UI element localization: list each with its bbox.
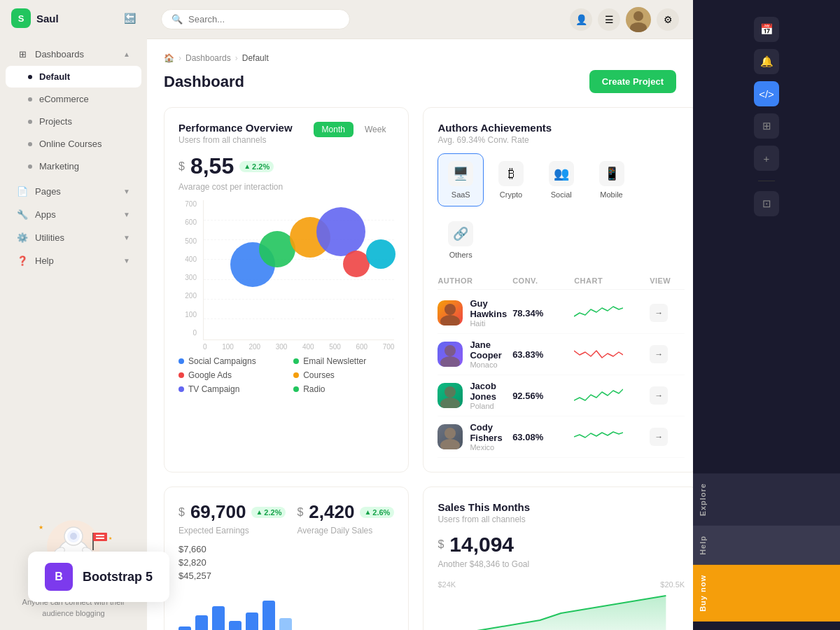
expected-badge: ▲ 2.2%: [251, 507, 286, 518]
sidebar-item-marketing[interactable]: Marketing: [6, 155, 141, 177]
author-location-1: Monaco: [470, 360, 507, 369]
legend-dot-courses: [293, 372, 299, 378]
sales-subtitle: Users from all channels: [438, 514, 685, 524]
dashboard-grid: Performance Overview Users from all chan…: [164, 107, 676, 630]
sidebar-nav: ⊞ Dashboards ▲ Default eCommerce Project…: [0, 36, 147, 504]
back-icon[interactable]: 🔙: [124, 13, 136, 24]
active-dot: [28, 75, 32, 79]
author-avatar-1: [438, 342, 463, 367]
sidebar-item-pages[interactable]: 📄 Pages ▼: [6, 180, 141, 202]
expected-earnings: $ 69,700 ▲ 2.2% Expected Earnings: [178, 501, 286, 544]
expected-number: 69,700: [190, 501, 246, 523]
sidebar-item-apps[interactable]: 🔧 Apps ▼: [6, 203, 141, 225]
view-btn-1[interactable]: →: [650, 345, 668, 363]
notification-btn[interactable]: 👤: [570, 8, 592, 31]
mobile-icon: 📱: [599, 161, 624, 186]
utilities-icon: ⚙️: [17, 232, 28, 243]
daily-badge: ▲ 2.6%: [360, 507, 394, 518]
notification-panel-icon[interactable]: 🔔: [754, 49, 779, 74]
nav-group-dashboards: ⊞ Dashboards ▲ Default eCommerce Project…: [0, 43, 147, 177]
sidebar-item-help[interactable]: ❓ Help ▼: [6, 249, 141, 272]
author-info-0: Guy Hawkins Haiti: [438, 298, 507, 328]
settings-btn[interactable]: ⚙: [657, 8, 679, 31]
bubble-chart: [203, 200, 394, 340]
category-saas[interactable]: 🖥️ SaaS: [438, 153, 484, 206]
page-content: 🏠 › Dashboards › Default Dashboard Creat…: [147, 39, 693, 630]
author-avatar-3: [438, 424, 463, 449]
legend-dot-email: [293, 358, 299, 364]
explore-button[interactable]: Explore: [693, 473, 840, 526]
daily-sales: $ 2,420 ▲ 2.6% Average Daily Sales: [297, 501, 394, 544]
svg-point-24: [444, 428, 456, 439]
sales-value-display: $ 14,094: [438, 533, 685, 556]
bubble-4: [316, 207, 365, 256]
category-crypto[interactable]: ₿ Crypto: [488, 153, 534, 206]
buy-now-button[interactable]: Buy now: [693, 565, 840, 622]
bootstrap-icon: B: [45, 563, 73, 591]
search-box[interactable]: 🔍: [161, 9, 350, 29]
grid-icon[interactable]: ⊡: [754, 191, 779, 216]
create-project-button[interactable]: Create Project: [589, 70, 676, 93]
tab-month[interactable]: Month: [314, 122, 354, 137]
sidebar-item-default[interactable]: Default: [6, 66, 141, 88]
social-icon: 👥: [549, 161, 574, 186]
svg-rect-11: [96, 535, 104, 536]
legend-item-radio: Radio: [293, 384, 394, 394]
x-axis: 0100200300400500600700: [203, 340, 394, 351]
performance-card: Performance Overview Users from all chan…: [164, 107, 409, 472]
svg-text:★: ★: [108, 536, 112, 540]
sales-y-labels: $24K $20.5K: [438, 580, 685, 589]
others-icon: 🔗: [448, 221, 473, 246]
main-content: 🔍 👤 ☰ ⚙ 🏠 › Dashboards: [147, 0, 693, 630]
category-social[interactable]: 👥 Social: [538, 153, 584, 206]
search-input[interactable]: [188, 14, 328, 24]
category-others[interactable]: 🔗 Others: [438, 214, 484, 267]
author-chart-0: [574, 302, 644, 323]
section-wrap: 🔍 👤 ☰ ⚙ 🏠 › Dashboards: [147, 0, 840, 630]
author-chart-3: [574, 426, 644, 447]
search-icon: 🔍: [172, 14, 183, 24]
tab-week[interactable]: Week: [356, 122, 394, 137]
user-avatar[interactable]: [626, 7, 651, 32]
breadcrumb-dashboards[interactable]: Dashboards: [186, 53, 231, 63]
sales-card: Sales This Months Users from all channel…: [423, 486, 693, 630]
code-icon[interactable]: </>: [754, 81, 779, 106]
help-button[interactable]: Help: [693, 526, 840, 565]
daily-label: Average Daily Sales: [297, 526, 394, 536]
metric-badge: ▲ 2.2%: [239, 161, 274, 172]
breadcrumb: 🏠 › Dashboards › Default: [164, 53, 676, 63]
svg-point-17: [630, 22, 647, 32]
apps-icon: 🔧: [17, 209, 28, 220]
category-mobile[interactable]: 📱 Mobile: [589, 153, 635, 206]
view-btn-2[interactable]: →: [650, 386, 668, 405]
settings-panel-icon[interactable]: ⊞: [754, 113, 779, 139]
sidebar-item-utilities[interactable]: ⚙️ Utilities ▼: [6, 226, 141, 248]
sales-amount: 14,094: [449, 533, 514, 556]
performance-subtitle: Users from all channels: [178, 135, 293, 145]
author-avatar-2: [438, 383, 463, 408]
add-icon[interactable]: +: [754, 146, 779, 171]
app-name: Saul: [36, 13, 59, 24]
chevron-icon: ▼: [123, 257, 130, 265]
sidebar-item-online-courses[interactable]: Online Courses: [6, 133, 141, 155]
author-conv-0: 78.34%: [512, 308, 568, 318]
sidebar-item-ecommerce[interactable]: eCommerce: [6, 88, 141, 110]
page-header: Dashboard Create Project: [164, 70, 676, 93]
calendar-icon[interactable]: 📅: [754, 17, 779, 42]
sidebar-item-dashboards[interactable]: ⊞ Dashboards ▲: [6, 43, 141, 65]
author-name-0: Guy Hawkins: [470, 298, 507, 319]
app-logo: S: [11, 8, 31, 28]
sales-title: Sales This Months: [438, 501, 685, 513]
sidebar-item-projects[interactable]: Projects: [6, 111, 141, 132]
legend-item-courses: Courses: [293, 370, 394, 380]
svg-point-19: [440, 315, 460, 326]
legend-item-social: Social Campaigns: [178, 356, 279, 366]
metric-label: Avarage cost per interaction: [178, 182, 394, 192]
metric-currency: $: [178, 160, 185, 173]
performance-title: Performance Overview: [178, 122, 293, 134]
svg-point-16: [634, 11, 643, 21]
view-btn-0[interactable]: →: [650, 304, 668, 322]
earnings-values: $7,660 $2,820 $45,257: [178, 544, 394, 581]
view-btn-3[interactable]: →: [650, 428, 668, 446]
menu-btn[interactable]: ☰: [598, 8, 620, 31]
